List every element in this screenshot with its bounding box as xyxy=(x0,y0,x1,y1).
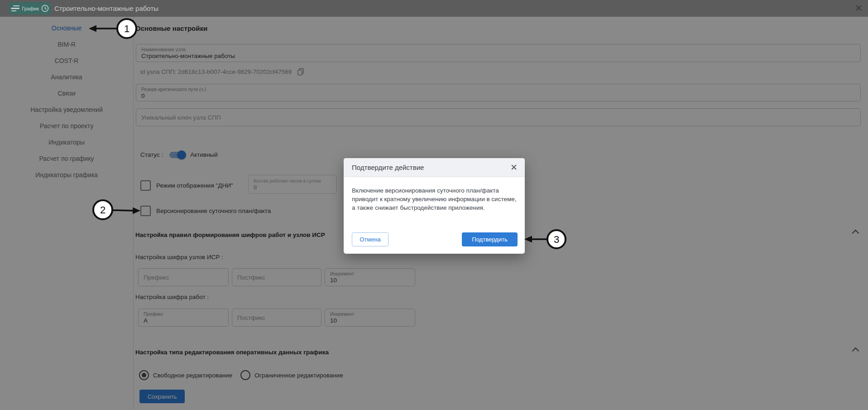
confirm-button[interactable]: Подтвердить xyxy=(462,232,518,246)
cancel-button[interactable]: Отмена xyxy=(352,232,388,246)
dialog-title: Подтвердите действие xyxy=(352,164,424,171)
app-window: График Строительно-монтажные работы ✕ Ос… xyxy=(0,0,868,410)
dialog-close-icon[interactable]: ✕ xyxy=(510,163,518,172)
confirm-dialog: Подтвердите действие ✕ Включение версион… xyxy=(344,158,525,254)
window-title: Строительно-монтажные работы xyxy=(54,0,158,17)
window-close-icon[interactable]: ✕ xyxy=(854,0,863,17)
dialog-message: Включение версионирования суточного план… xyxy=(344,177,526,212)
top-bar: График Строительно-монтажные работы ✕ xyxy=(0,0,868,17)
graph-menu-button[interactable]: График xyxy=(9,2,51,14)
graph-button-label: График xyxy=(22,6,39,11)
clock-icon xyxy=(41,5,49,12)
dialog-header: Подтвердите действие ✕ xyxy=(344,158,525,177)
hamburger-menu-icon xyxy=(11,5,19,11)
dialog-footer: Отмена Подтвердить xyxy=(352,232,518,246)
